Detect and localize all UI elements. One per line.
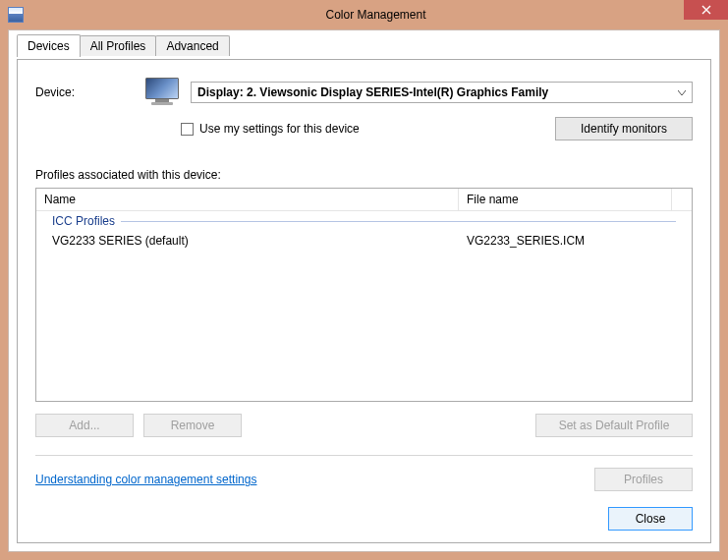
tab-label: Advanced (166, 39, 218, 53)
tab-advanced[interactable]: Advanced (155, 35, 229, 56)
profile-file: VG2233_SERIES.ICM (459, 234, 692, 248)
profile-row[interactable]: VG2233 SERIES (default) VG2233_SERIES.IC… (36, 231, 692, 251)
window-close-button[interactable] (684, 0, 728, 20)
app-icon (8, 7, 24, 23)
use-my-settings-checkbox[interactable] (181, 123, 194, 136)
close-button[interactable]: Close (608, 507, 693, 531)
button-label: Profiles (624, 473, 663, 486)
divider (35, 455, 693, 456)
set-default-profile-button[interactable]: Set as Default Profile (535, 414, 693, 437)
use-my-settings-label: Use my settings for this device (199, 122, 360, 136)
profiles-list-header: Name File name (36, 189, 692, 211)
chevron-down-icon (678, 85, 686, 99)
profiles-group-header[interactable]: ICC Profiles (36, 211, 692, 231)
monitor-icon (145, 78, 179, 107)
button-label: Remove (171, 419, 215, 432)
tab-all-profiles[interactable]: All Profiles (80, 35, 157, 56)
titlebar: Color Management (0, 0, 728, 29)
column-header-file[interactable]: File name (459, 189, 672, 210)
profile-buttons-row: Add... Remove Set as Default Profile (35, 414, 693, 437)
bottom-row: Understanding color management settings … (35, 468, 693, 491)
column-header-spacer (672, 189, 692, 210)
device-label: Device: (35, 85, 134, 99)
tab-content: Device: Display: 2. Viewsonic Display SE… (17, 60, 711, 543)
tab-label: Devices (28, 39, 70, 53)
profiles-list: Name File name ICC Profiles VG2233 SERIE… (35, 188, 693, 402)
footer: Close (35, 491, 693, 531)
profiles-list-body: ICC Profiles VG2233 SERIES (default) VG2… (36, 211, 692, 401)
device-dropdown[interactable]: Display: 2. Viewsonic Display SERIES-Int… (191, 82, 693, 103)
button-label: Set as Default Profile (559, 419, 670, 432)
device-row: Device: Display: 2. Viewsonic Display SE… (35, 78, 693, 107)
tab-devices[interactable]: Devices (17, 34, 81, 57)
profile-name: VG2233 SERIES (default) (36, 234, 459, 248)
dialog-panel: Devices All Profiles Advanced Device: Di… (8, 29, 720, 552)
button-label: Close (636, 512, 666, 526)
close-icon (701, 5, 711, 15)
window-title: Color Management (24, 8, 728, 22)
remove-button[interactable]: Remove (143, 414, 242, 437)
understanding-link[interactable]: Understanding color management settings (35, 473, 256, 486)
group-rule (121, 221, 676, 222)
group-label: ICC Profiles (52, 214, 115, 228)
tab-label: All Profiles (90, 39, 146, 53)
button-label: Identify monitors (581, 122, 667, 136)
identify-monitors-button[interactable]: Identify monitors (555, 117, 693, 140)
tab-strip: Devices All Profiles Advanced (9, 30, 719, 56)
add-button[interactable]: Add... (35, 414, 134, 437)
tab-underline (17, 59, 711, 60)
device-dropdown-value: Display: 2. Viewsonic Display SERIES-Int… (197, 85, 548, 99)
column-header-name[interactable]: Name (36, 189, 459, 210)
profiles-section-label: Profiles associated with this device: (35, 168, 693, 182)
button-label: Add... (69, 419, 99, 432)
device-options-row: Use my settings for this device Identify… (35, 117, 693, 140)
profiles-button[interactable]: Profiles (594, 468, 693, 491)
